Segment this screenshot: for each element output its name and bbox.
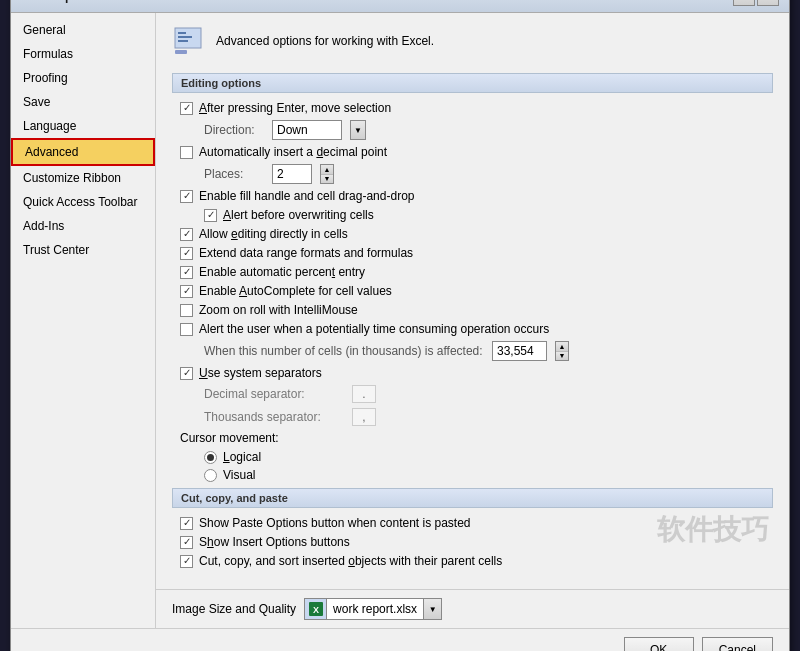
direction-dropdown-arrow[interactable]: ▼ <box>350 120 366 140</box>
direction-select[interactable]: Down <box>272 120 342 140</box>
cb-alert-slow[interactable] <box>180 323 193 336</box>
places-down[interactable]: ▼ <box>321 175 333 184</box>
label-auto-percent: Enable automatic percent entry <box>199 265 365 279</box>
cb-autocomplete[interactable] <box>180 285 193 298</box>
checkbox-cut-copy-sort[interactable]: Cut, copy, and sort inserted objects wit… <box>180 554 502 568</box>
sidebar-item-advanced[interactable]: Advanced <box>11 138 155 166</box>
file-name: work report.xlsx <box>327 602 423 616</box>
help-button[interactable]: ? <box>733 0 755 6</box>
checkbox-edit-directly[interactable]: Allow editing directly in cells <box>180 227 348 241</box>
places-label: Places: <box>204 167 264 181</box>
excel-options-dialog: Excel Options ? ✕ General Formulas Proof… <box>10 0 790 651</box>
places-input[interactable]: 2 <box>272 164 312 184</box>
cb-auto-percent[interactable] <box>180 266 193 279</box>
option-auto-decimal: Automatically insert a decimal point <box>180 145 765 159</box>
cells-affected-input[interactable]: 33,554 <box>492 341 547 361</box>
checkbox-insert-opts[interactable]: Show Insert Options buttons <box>180 535 350 549</box>
cb-paste-opts[interactable] <box>180 517 193 530</box>
sidebar-item-quick-access[interactable]: Quick Access Toolbar <box>11 190 155 214</box>
file-icon: X <box>305 599 327 619</box>
option-alert-slow: Alert the user when a potentially time c… <box>180 322 765 336</box>
cells-affected-down[interactable]: ▼ <box>556 352 568 361</box>
cb-zoom-roll[interactable] <box>180 304 193 317</box>
file-dropdown[interactable]: X work report.xlsx ▼ <box>304 598 442 620</box>
checkbox-paste-opts[interactable]: Show Paste Options button when content i… <box>180 516 471 530</box>
checkbox-auto-decimal[interactable]: Automatically insert a decimal point <box>180 145 387 159</box>
radio-visual[interactable]: Visual <box>204 468 765 482</box>
checkbox-autocomplete[interactable]: Enable AutoComplete for cell values <box>180 284 392 298</box>
sidebar-item-add-ins[interactable]: Add-Ins <box>11 214 155 238</box>
option-insert-opts: Show Insert Options buttons <box>180 535 765 549</box>
label-alert-slow: Alert the user when a potentially time c… <box>199 322 549 336</box>
cb-auto-decimal[interactable] <box>180 146 193 159</box>
label-zoom-roll: Zoom on roll with IntelliMouse <box>199 303 358 317</box>
editing-section-header: Editing options <box>172 73 773 93</box>
cb-fill-handle[interactable] <box>180 190 193 203</box>
sidebar-item-language[interactable]: Language <box>11 114 155 138</box>
checkbox-zoom-roll[interactable]: Zoom on roll with IntelliMouse <box>180 303 358 317</box>
sidebar-item-general[interactable]: General <box>11 18 155 42</box>
main-content: Advanced options for working with Excel.… <box>156 13 789 628</box>
option-edit-directly: Allow editing directly in cells <box>180 227 765 241</box>
scrollable-area[interactable]: Editing options After pressing Enter, mo… <box>156 69 789 589</box>
advanced-icon <box>172 25 204 57</box>
cancel-button[interactable]: Cancel <box>702 637 773 651</box>
option-zoom-roll: Zoom on roll with IntelliMouse <box>180 303 765 317</box>
label-extend-formats: Extend data range formats and formulas <box>199 246 413 260</box>
label-enter-move: After pressing Enter, move selection <box>199 101 391 115</box>
cb-alert-overwrite[interactable] <box>204 209 217 222</box>
svg-rect-3 <box>178 40 188 42</box>
sidebar-item-save[interactable]: Save <box>11 90 155 114</box>
thousands-sep-label: Thousands separator: <box>204 410 344 424</box>
places-up[interactable]: ▲ <box>321 165 333 175</box>
sidebar-item-formulas[interactable]: Formulas <box>11 42 155 66</box>
option-auto-percent: Enable automatic percent entry <box>180 265 765 279</box>
close-button[interactable]: ✕ <box>757 0 779 6</box>
cut-copy-paste-content: Show Paste Options button when content i… <box>172 516 773 568</box>
checkbox-auto-percent[interactable]: Enable automatic percent entry <box>180 265 365 279</box>
checkbox-extend-formats[interactable]: Extend data range formats and formulas <box>180 246 413 260</box>
cells-affected-label: When this number of cells (in thousands)… <box>204 344 484 358</box>
cb-extend-formats[interactable] <box>180 247 193 260</box>
places-row: Places: 2 ▲ ▼ <box>204 164 765 184</box>
label-insert-opts: Show Insert Options buttons <box>199 535 350 549</box>
cb-system-sep[interactable] <box>180 367 193 380</box>
sidebar-item-proofing[interactable]: Proofing <box>11 66 155 90</box>
cells-affected-up[interactable]: ▲ <box>556 342 568 352</box>
cb-edit-directly[interactable] <box>180 228 193 241</box>
cb-enter-move[interactable] <box>180 102 193 115</box>
cb-insert-opts[interactable] <box>180 536 193 549</box>
decimal-sep-row: Decimal separator: . <box>204 385 765 403</box>
checkbox-alert-overwrite[interactable]: Alert before overwriting cells <box>204 208 374 222</box>
decimal-sep-input[interactable]: . <box>352 385 376 403</box>
dialog-body: General Formulas Proofing Save Language … <box>11 13 789 628</box>
places-spinner[interactable]: ▲ ▼ <box>320 164 334 184</box>
sidebar-item-trust-center[interactable]: Trust Center <box>11 238 155 262</box>
cells-affected-spinner[interactable]: ▲ ▼ <box>555 341 569 361</box>
file-dropdown-arrow[interactable]: ▼ <box>423 599 441 619</box>
checkbox-fill-handle[interactable]: Enable fill handle and cell drag-and-dro… <box>180 189 414 203</box>
content-header-text: Advanced options for working with Excel. <box>216 34 434 48</box>
cb-cut-copy-sort[interactable] <box>180 555 193 568</box>
cursor-movement-radio-group: Logical Visual <box>204 450 765 482</box>
option-alert-overwrite: Alert before overwriting cells <box>204 208 765 222</box>
label-edit-directly: Allow editing directly in cells <box>199 227 348 241</box>
content-header: Advanced options for working with Excel. <box>156 13 789 69</box>
svg-rect-4 <box>175 50 187 54</box>
radio-btn-logical[interactable] <box>204 451 217 464</box>
sidebar-item-customize-ribbon[interactable]: Customize Ribbon <box>11 166 155 190</box>
option-paste-opts: Show Paste Options button when content i… <box>180 516 765 530</box>
checkbox-enter-move[interactable]: After pressing Enter, move selection <box>180 101 391 115</box>
thousands-sep-input[interactable]: , <box>352 408 376 426</box>
checkbox-alert-slow[interactable]: Alert the user when a potentially time c… <box>180 322 549 336</box>
sidebar: General Formulas Proofing Save Language … <box>11 13 156 628</box>
label-alert-overwrite: Alert before overwriting cells <box>223 208 374 222</box>
radio-logical[interactable]: Logical <box>204 450 765 464</box>
label-fill-handle: Enable fill handle and cell drag-and-dro… <box>199 189 414 203</box>
title-bar-buttons: ? ✕ <box>733 0 779 6</box>
radio-btn-visual[interactable] <box>204 469 217 482</box>
label-logical: Logical <box>223 450 261 464</box>
cursor-movement-label-row: Cursor movement: <box>180 431 765 445</box>
ok-button[interactable]: OK <box>624 637 694 651</box>
checkbox-system-sep[interactable]: Use system separators <box>180 366 322 380</box>
